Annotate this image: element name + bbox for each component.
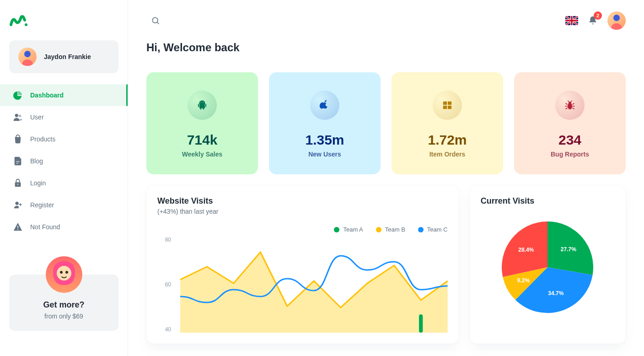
legend-dot-icon <box>334 227 339 232</box>
card-subtitle: (+43%) than last year <box>157 208 448 215</box>
sidebar-nav: Dashboard User Products Blog Login Regis… <box>0 84 128 238</box>
axis-tick: 80 <box>157 237 171 243</box>
nav-label: Dashboard <box>30 92 64 99</box>
nav-label: Login <box>30 179 46 187</box>
notifications-button[interactable]: 2 <box>584 11 602 30</box>
promo-title: Get more? <box>18 300 109 310</box>
page-title: Hi, Welcome back <box>146 41 626 54</box>
svg-point-22 <box>201 102 202 103</box>
legend-dot-icon <box>418 227 424 232</box>
nav-label: Not Found <box>30 223 60 231</box>
stat-label: New Users <box>276 151 373 158</box>
promo-avatar <box>46 256 82 293</box>
legend-item-team-c[interactable]: Team C <box>418 226 448 233</box>
svg-rect-17 <box>199 104 205 108</box>
svg-point-1 <box>24 51 31 57</box>
android-icon <box>188 91 217 120</box>
svg-text:28.4%: 28.4% <box>519 247 534 254</box>
sidebar-item-login[interactable]: Login <box>0 172 128 194</box>
bug-icon <box>555 91 585 120</box>
topbar: 2 <box>128 0 644 41</box>
current-visits-card: Current Visits 27.7%34.7%9.2%28.4% <box>470 185 626 344</box>
svg-rect-30 <box>419 314 423 333</box>
legend-label: Team B <box>385 226 405 233</box>
shopping-bag-icon <box>13 134 23 144</box>
sidebar-item-register[interactable]: Register <box>0 194 128 216</box>
stat-value: 234 <box>521 131 618 149</box>
user-add-icon <box>13 200 23 210</box>
nav-label: User <box>30 113 44 121</box>
stat-value: 1.35m <box>276 131 373 149</box>
svg-point-29 <box>569 102 571 104</box>
search-button[interactable] <box>146 11 165 30</box>
nav-label: Register <box>30 201 54 209</box>
axis-tick: 40 <box>157 326 171 333</box>
current-visits-chart: 27.7%34.7%9.2%28.4% <box>481 217 615 318</box>
sidebar-user-card[interactable]: Jaydon Frankie <box>9 40 118 73</box>
svg-point-12 <box>60 271 63 274</box>
stat-label: Bug Reports <box>521 151 618 158</box>
sidebar-item-products[interactable]: Products <box>0 128 128 150</box>
axis-tick: 60 <box>157 281 171 288</box>
website-visits-chart: 80 60 40 <box>157 237 448 333</box>
apple-icon <box>310 91 339 120</box>
card-title: Website Visits <box>157 196 448 206</box>
legend-label: Team A <box>343 226 363 233</box>
legend-item-team-b[interactable]: Team B <box>376 226 405 233</box>
sidebar-item-not-found[interactable]: Not Found <box>0 216 128 238</box>
svg-point-8 <box>16 202 19 205</box>
svg-point-7 <box>17 183 19 185</box>
card-title: Current Visits <box>481 196 615 206</box>
svg-rect-21 <box>203 108 204 110</box>
sidebar: Jaydon Frankie Dashboard User Products B… <box>0 0 128 356</box>
svg-point-3 <box>19 115 21 118</box>
stat-card-item-orders: 1.72m Item Orders <box>392 72 503 174</box>
document-icon <box>13 156 23 166</box>
windows-icon <box>433 91 462 120</box>
stat-card-weekly-sales: 714k Weekly Sales <box>146 72 258 174</box>
sidebar-user-name: Jaydon Frankie <box>44 53 91 60</box>
svg-rect-4 <box>16 161 19 162</box>
svg-rect-10 <box>17 229 18 230</box>
nav-label: Products <box>30 135 55 143</box>
legend-dot-icon <box>376 227 381 232</box>
sidebar-item-user[interactable]: User <box>0 106 128 128</box>
promo-panel: Get more? from only $69 <box>0 256 128 331</box>
pie-chart-icon <box>13 90 23 100</box>
stats-row: 714k Weekly Sales 1.35m New Users 1.72m … <box>146 72 626 174</box>
sidebar-item-blog[interactable]: Blog <box>0 150 128 172</box>
svg-text:27.7%: 27.7% <box>561 246 576 253</box>
svg-text:9.2%: 9.2% <box>517 277 530 284</box>
stat-card-bug-reports: 234 Bug Reports <box>514 72 626 174</box>
stat-value: 1.72m <box>399 131 496 149</box>
y-axis-labels: 80 60 40 <box>157 237 176 333</box>
svg-point-13 <box>65 271 68 274</box>
promo-subtitle: from only $69 <box>18 313 109 320</box>
website-visits-card: Website Visits (+43%) than last year Tea… <box>146 185 459 344</box>
svg-rect-9 <box>17 226 18 228</box>
chart-legend: Team A Team B Team C <box>157 226 448 233</box>
svg-rect-20 <box>200 108 201 110</box>
legend-label: Team C <box>427 226 448 233</box>
main: 2 Hi, Welcome back 714k Weekly Sales 1.3… <box>128 0 644 356</box>
app-logo[interactable] <box>0 11 128 40</box>
svg-rect-26 <box>443 106 447 109</box>
stat-label: Weekly Sales <box>154 151 251 158</box>
notification-badge: 2 <box>594 11 602 20</box>
svg-point-2 <box>15 114 18 117</box>
svg-point-14 <box>152 17 158 23</box>
sidebar-item-dashboard[interactable]: Dashboard <box>0 84 128 106</box>
account-avatar-button[interactable] <box>607 11 626 30</box>
svg-rect-18 <box>198 104 199 107</box>
language-button[interactable] <box>565 16 578 25</box>
nav-label: Blog <box>30 157 43 165</box>
legend-item-team-a[interactable]: Team A <box>334 226 363 233</box>
svg-rect-24 <box>443 102 447 105</box>
stat-label: Item Orders <box>399 151 496 158</box>
users-icon <box>13 112 23 122</box>
svg-point-23 <box>203 102 204 103</box>
svg-rect-27 <box>448 106 451 109</box>
svg-point-0 <box>25 23 27 26</box>
stat-card-new-users: 1.35m New Users <box>269 72 381 174</box>
svg-rect-25 <box>448 102 451 105</box>
